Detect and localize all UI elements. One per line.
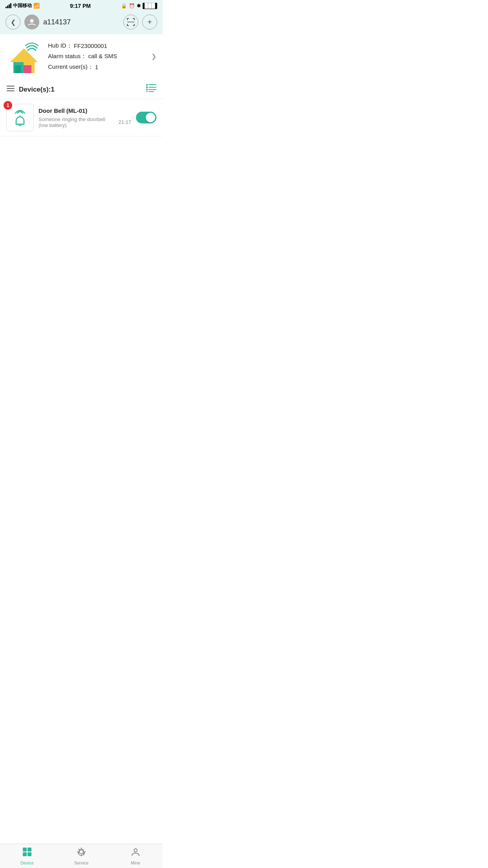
scan-button[interactable] [123, 15, 138, 29]
device-thumbnail: 1 [6, 104, 34, 131]
alarm-status-text: Alarm status： call & SMS [48, 53, 117, 60]
device-section-header: Device(s):1 [0, 80, 163, 99]
svg-point-0 [30, 19, 34, 23]
svg-rect-10 [146, 84, 148, 86]
svg-rect-13 [149, 87, 156, 88]
svg-rect-14 [146, 89, 148, 90]
avatar [24, 15, 39, 29]
device-status-row: Someone ringing the doorbell (low batter… [39, 116, 131, 128]
svg-marker-2 [10, 48, 38, 62]
hub-icon [6, 42, 42, 74]
username-label: a114137 [43, 18, 119, 26]
device-name-label: Door Bell (ML-01) [39, 107, 131, 114]
toggle-knob [146, 113, 155, 122]
status-left: 中国移动 📶 [6, 2, 40, 9]
bluetooth-icon: ✱ [137, 3, 141, 9]
nav-bar: ❮ a114137 + [0, 11, 163, 34]
device-info: Door Bell (ML-01) Someone ringing the do… [39, 107, 131, 128]
svg-rect-5 [24, 65, 31, 73]
device-time-label: 21:17 [118, 119, 131, 125]
hub-id-row: Hub ID： FF23000001 [48, 42, 156, 50]
list-view-icon[interactable] [146, 84, 156, 95]
add-button[interactable]: + [142, 15, 157, 29]
table-row[interactable]: 1 Door Bell (ML-01) Someone ringing [0, 99, 163, 136]
status-right: 🔒 ⏰ ✱ ▉▉▉ [121, 3, 157, 9]
hub-info-section: Hub ID： FF23000001 Alarm status： call & … [0, 34, 163, 80]
svg-rect-15 [149, 89, 156, 90]
alarm-value: call & SMS [88, 53, 117, 59]
users-value: 1 [95, 64, 98, 70]
nav-right-buttons: + [123, 15, 157, 29]
svg-rect-17 [149, 91, 154, 92]
alarm-icon: ⏰ [129, 3, 135, 9]
lock-icon: 🔒 [121, 3, 127, 9]
signal-icon [6, 3, 11, 8]
current-users-row: Current user(s)： 1 [48, 63, 156, 71]
bell-icon [12, 106, 28, 129]
menu-icon [6, 85, 15, 94]
hub-id-value: FF23000001 [74, 42, 107, 49]
carrier-label: 中国移动 [13, 2, 32, 9]
svg-rect-12 [146, 86, 148, 88]
device-toggle[interactable] [136, 112, 156, 123]
notification-badge: 1 [4, 101, 12, 110]
svg-rect-16 [146, 91, 148, 92]
svg-rect-11 [149, 84, 156, 85]
device-list: 1 Door Bell (ML-01) Someone ringing [0, 99, 163, 136]
wifi-icon: 📶 [33, 3, 40, 9]
svg-rect-6 [15, 65, 21, 73]
hub-details: Hub ID： FF23000001 Alarm status： call & … [48, 42, 156, 74]
alarm-status-row[interactable]: Alarm status： call & SMS ❯ [48, 53, 156, 60]
status-time: 9:17 PM [70, 3, 91, 9]
device-header-left: Device(s):1 [6, 85, 146, 94]
back-button[interactable]: ❮ [6, 15, 20, 29]
hub-id-label: Hub ID： [48, 42, 72, 50]
users-label: Current user(s)： [48, 63, 94, 71]
alarm-label: Alarm status： [48, 53, 86, 59]
battery-icon: ▉▉▉ [143, 3, 157, 9]
status-bar: 中国移动 📶 9:17 PM 🔒 ⏰ ✱ ▉▉▉ [0, 0, 163, 11]
alarm-arrow-icon: ❯ [151, 53, 156, 60]
device-status-text: Someone ringing the doorbell (low batter… [39, 116, 115, 128]
device-count-label: Device(s):1 [19, 86, 55, 94]
